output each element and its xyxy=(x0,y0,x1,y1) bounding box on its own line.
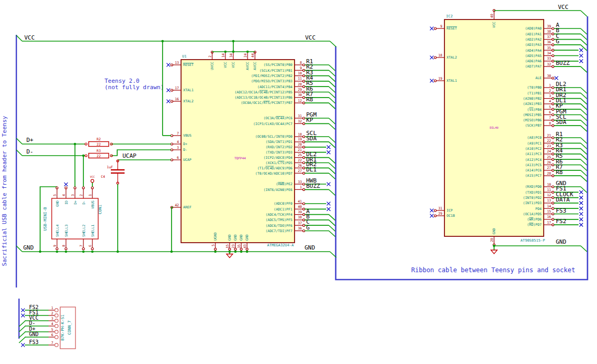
net-label: GND xyxy=(556,238,566,245)
net-label: VCC xyxy=(305,34,316,41)
con1-ref: CON1 xyxy=(98,205,102,214)
pin-end xyxy=(303,214,305,216)
pin-number: 23 xyxy=(231,244,235,248)
pin-name: (A15)PC7 xyxy=(525,174,542,178)
net-label: D- xyxy=(26,148,33,155)
pin-number: 18 xyxy=(298,132,302,137)
junction-dot xyxy=(232,51,235,53)
junction-dot xyxy=(91,251,94,253)
bus-entry xyxy=(581,143,587,149)
pin-number: 42 xyxy=(175,203,179,207)
u1-value: ATMEGA32U4-A xyxy=(267,243,294,247)
net-label: D+ xyxy=(26,137,34,143)
pin-number: 3 xyxy=(51,317,53,321)
pin-name: (A14)PC6 xyxy=(525,168,542,173)
pin-name: (HWB)PE2 xyxy=(276,182,292,186)
pin-number: 10 xyxy=(298,71,302,75)
pin-name: (ADC5/TMS)PF5 xyxy=(266,218,292,222)
pin-number: 28 xyxy=(547,171,551,176)
pin-name: (ICP3/CLKO/OC4A)PC7 xyxy=(253,122,292,126)
pin-number: 34 xyxy=(229,53,233,58)
pin-number: 34 xyxy=(547,51,551,55)
net-label: R8 xyxy=(556,169,563,176)
gnd-symbol xyxy=(226,254,233,258)
pin-number: 22 xyxy=(547,139,551,143)
pin-end xyxy=(552,169,554,171)
net-label: KP xyxy=(306,117,314,123)
pin-number: 33 xyxy=(298,180,302,184)
pin-name: (ICP2/ADC8)PD4 xyxy=(263,156,292,160)
pin-number: 9 xyxy=(440,24,442,28)
bus-entry xyxy=(329,137,335,142)
net-label: SDA xyxy=(556,119,566,126)
pin-end xyxy=(552,153,554,155)
pin-end xyxy=(552,103,554,105)
pin-name: SHELL2 xyxy=(82,224,86,237)
bus-entry xyxy=(581,246,587,252)
pin-end xyxy=(171,89,173,91)
pin-end xyxy=(55,324,58,328)
bus-entry xyxy=(329,142,335,148)
pin-name: (A9)PC1 xyxy=(527,141,542,146)
pin-end xyxy=(85,155,87,157)
pin-name: (INT0)PD2 xyxy=(523,196,542,200)
pin-number: 4 xyxy=(51,322,53,326)
pin-number: 7 xyxy=(549,116,551,120)
pin-end xyxy=(303,188,305,190)
pin-number: 20 xyxy=(298,142,302,147)
bus-entry xyxy=(16,138,22,144)
pin-name: (T0)PB0 xyxy=(527,85,542,90)
net-label: G xyxy=(306,224,310,231)
bus-entry xyxy=(19,321,25,327)
junction-dot xyxy=(224,51,227,53)
pin-number: 13 xyxy=(175,61,179,65)
pin-name: (AD6)PA6 xyxy=(525,59,542,63)
pin-end xyxy=(303,183,305,185)
pin-end xyxy=(303,151,305,154)
pin-name: (AIN1)PB3 xyxy=(523,102,542,106)
net-label: GND xyxy=(305,244,315,251)
junction-dot xyxy=(39,251,42,253)
pin-end xyxy=(552,142,554,144)
pin-number: 5 xyxy=(549,105,551,109)
pin-name: (AD5)PA5 xyxy=(525,54,542,58)
pin-name: (A12)PC4 xyxy=(525,158,542,162)
pin-number: 15 xyxy=(225,244,230,248)
pin-name: (T1)PB1 xyxy=(527,91,542,95)
gnd-symbol xyxy=(491,250,497,254)
bus-entry xyxy=(330,41,336,47)
pin-name: (T0/OC4D/ADC10)PD7 xyxy=(255,171,293,176)
pin-name: GND xyxy=(228,234,232,241)
pin-name: (AD1)PA1 xyxy=(525,32,542,36)
pin-end xyxy=(552,108,554,110)
pin-number: 43 xyxy=(243,244,247,248)
pin-end xyxy=(552,137,554,139)
pin-end xyxy=(55,319,58,322)
pin-name: GND xyxy=(245,234,249,241)
pin-number: 37 xyxy=(547,35,551,39)
pin-end xyxy=(552,39,554,41)
pin-number: 36 xyxy=(547,40,551,44)
bus-entry xyxy=(329,81,335,87)
pin-name: (OC0B/SCL/INT0)PD0 xyxy=(255,135,293,139)
bus-entry xyxy=(581,159,587,165)
pin-number: 36 xyxy=(298,226,302,231)
bus-entry xyxy=(329,123,335,129)
net-label: GND xyxy=(23,244,34,251)
pin-end xyxy=(552,197,554,199)
pin-end xyxy=(171,143,173,145)
pin-name: VCC xyxy=(231,62,235,68)
pin-name: OC1B xyxy=(447,214,455,218)
pin-name: (OC1A)PD5 xyxy=(523,212,542,216)
pin-name: (INT6/AIN0)PE6 xyxy=(263,188,292,192)
pin-number: 4 xyxy=(549,99,551,103)
pin-number: 12 xyxy=(298,99,302,103)
pin-name: VCC xyxy=(492,22,496,28)
junction-dot xyxy=(82,251,85,253)
pin-end xyxy=(552,186,554,188)
ic2-ref: IC2 xyxy=(446,14,453,18)
pin-number: 10 xyxy=(547,183,551,187)
pin-end xyxy=(303,97,305,99)
pin-name: (RXD)PD0 xyxy=(525,185,542,189)
pin-end xyxy=(82,187,84,189)
